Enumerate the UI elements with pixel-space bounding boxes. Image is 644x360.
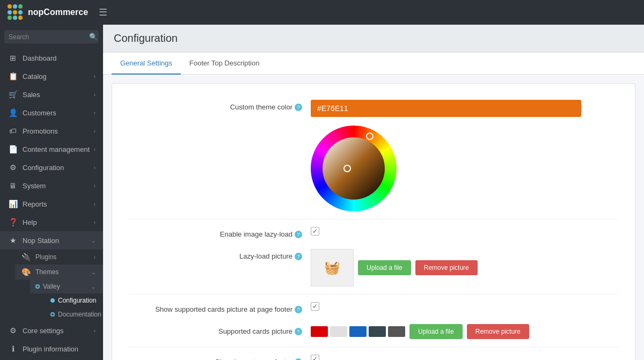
sidebar-item-label: Reports	[23, 200, 47, 208]
show-logo-footer-checkbox[interactable]: ✓	[311, 355, 319, 360]
themes-icon: 🎨	[20, 268, 31, 276]
sidebar-item-nop-station[interactable]: ★ Nop Station ⌄	[0, 231, 103, 249]
promotions-icon: 🏷	[8, 127, 18, 135]
sidebar-item-configuration[interactable]: ⚙ Configuration ‹	[0, 158, 103, 177]
search-container: 🔍	[4, 30, 99, 43]
form-label-supported-cards-show: Show supported cards picture at page foo…	[128, 302, 311, 313]
sidebar-item-plugins[interactable]: 🔌 Plugins ‹	[15, 249, 103, 265]
sidebar-item-label: Promotions	[23, 127, 58, 135]
sidebar-item-documentation[interactable]: Documentation	[45, 307, 103, 321]
form-row-custom-color: Custom theme color ? #E76E11	[128, 94, 619, 217]
help-icon-color[interactable]: ?	[295, 104, 302, 111]
tab-footer-top-description[interactable]: Footer Top Description	[181, 53, 268, 75]
core-settings-icon: ⚙	[8, 326, 18, 335]
show-logo-footer-label: Show logo at page footer	[215, 358, 292, 360]
sidebar-item-label: Help	[23, 218, 37, 226]
card-chip-2	[330, 326, 347, 337]
help-icon-show-logo-footer[interactable]: ?	[295, 358, 302, 361]
reports-icon: 📊	[8, 200, 18, 208]
supported-cards-show-label: Show supported cards picture at page foo…	[155, 305, 292, 313]
sidebar-item-core-settings[interactable]: ⚙ Core settings ‹	[0, 321, 103, 340]
sidebar-item-label: Configuration	[23, 164, 64, 172]
sidebar-item-label: Dashboard	[23, 54, 57, 62]
themes-sub: Valley ⌄ Configuration Documentation	[15, 280, 103, 321]
search-icon: 🔍	[89, 33, 98, 41]
customers-icon: 👤	[8, 108, 18, 117]
cards-strip	[311, 326, 405, 337]
lazy-load-picture-label: Lazy-load picture	[239, 252, 292, 260]
chevron-right-icon: ‹	[94, 92, 96, 98]
color-wheel-container[interactable]	[311, 126, 397, 211]
chevron-right-icon: ‹	[94, 328, 96, 334]
plugins-icon: 🔌	[20, 253, 31, 261]
sidebar-item-plugin-information[interactable]: ℹ Plugin information	[0, 340, 103, 358]
sidebar-item-dashboard[interactable]: ⊞ Dashboard	[0, 49, 103, 67]
card-chip-1	[311, 326, 328, 337]
sidebar-item-label: Plugins	[35, 253, 56, 261]
form-label-lazy-load: Enable image lazy-load ?	[128, 227, 311, 238]
sidebar-item-content-management[interactable]: 📄 Content management ‹	[0, 140, 103, 158]
show-logo-footer-control: ✓	[311, 355, 619, 360]
custom-theme-color-label: Custom theme color	[230, 103, 292, 111]
help-icon-lazy-load[interactable]: ?	[295, 231, 302, 238]
help-icon: ❓	[8, 218, 18, 226]
page-header: Configuration	[103, 25, 644, 53]
sidebar-item-configuration-link[interactable]: Configuration	[45, 293, 103, 307]
lazy-load-upload-button[interactable]: Upload a file	[358, 260, 411, 275]
sidebar-item-customers[interactable]: 👤 Customers ‹	[0, 104, 103, 122]
valley-sub: Configuration Documentation	[30, 293, 103, 321]
basket-icon: 🧺	[324, 260, 340, 275]
brand-name: nopCommerce	[28, 8, 88, 17]
chevron-right-icon: ‹	[94, 254, 96, 260]
tabs-bar: General Settings Footer Top Description	[103, 53, 644, 75]
dot-icon	[35, 284, 40, 289]
supported-cards-upload-button[interactable]: Upload a file	[409, 324, 463, 339]
menu-toggle-icon[interactable]: ☰	[99, 6, 107, 18]
lazy-load-checkbox[interactable]: ✓	[311, 227, 319, 236]
sidebar-item-themes[interactable]: 🎨 Themes ⌄	[15, 265, 103, 280]
help-icon-supported-cards-picture[interactable]: ?	[295, 328, 302, 335]
supported-cards-remove-button[interactable]: Remove picture	[467, 324, 529, 339]
sidebar-item-promotions[interactable]: 🏷 Promotions ‹	[0, 122, 103, 140]
form-label-custom-color: Custom theme color ?	[128, 100, 311, 111]
configuration-icon: ⚙	[8, 163, 18, 172]
card-chip-3	[349, 326, 367, 337]
sidebar-item-label: Documentation	[58, 311, 101, 318]
chevron-right-icon: ‹	[94, 165, 96, 171]
search-input[interactable]	[9, 33, 89, 41]
color-wheel-inner	[323, 137, 385, 200]
dashboard-icon: ⊞	[8, 54, 18, 62]
sidebar-item-system[interactable]: 🖥 System ‹	[0, 177, 103, 195]
sidebar-item-valley[interactable]: Valley ⌄	[30, 280, 103, 293]
help-icon-supported-cards-show[interactable]: ?	[295, 306, 302, 313]
nop-station-sub: 🔌 Plugins ‹ 🎨 Themes ⌄ Valley ⌄ Conf	[0, 249, 103, 321]
tab-general-settings[interactable]: General Settings	[112, 53, 181, 75]
dot-filled-icon	[50, 298, 55, 303]
topbar: nopCommerce ☰	[0, 0, 644, 25]
chevron-right-icon: ‹	[94, 146, 96, 152]
sidebar-item-label: Configuration	[58, 297, 96, 304]
supported-cards-picture-label: Supported cards picture	[218, 327, 292, 335]
sidebar-item-label: Themes	[35, 268, 58, 276]
form-label-show-logo-footer: Show logo at page footer ?	[128, 355, 311, 360]
sidebar-item-label: Catalog	[23, 72, 47, 80]
sidebar-item-catalog[interactable]: 📋 Catalog ‹	[0, 67, 103, 85]
lazy-load-remove-button[interactable]: Remove picture	[415, 260, 478, 275]
sidebar-item-label: Nop Station	[23, 237, 59, 245]
sidebar-item-sales[interactable]: 🛒 Sales ‹	[0, 85, 103, 104]
content-icon: 📄	[8, 145, 18, 153]
sidebar-item-label: Customers	[23, 109, 56, 117]
sidebar-item-reports[interactable]: 📊 Reports ‹	[0, 195, 103, 213]
nop-station-icon: ★	[8, 236, 18, 245]
card-chip-5	[388, 326, 405, 337]
form-row-show-logo-footer: Show logo at page footer ? ✓	[128, 349, 619, 360]
plugin-info-icon: ℹ	[8, 344, 18, 353]
sidebar-item-label: Valley	[43, 283, 60, 290]
supported-cards-show-checkbox[interactable]: ✓	[311, 302, 319, 311]
sidebar-item-help[interactable]: ❓ Help ‹	[0, 213, 103, 231]
color-wheel-cursor	[366, 133, 374, 140]
color-input-bar[interactable]: #E76E11	[311, 100, 581, 117]
chevron-right-icon: ‹	[94, 219, 96, 225]
system-icon: 🖥	[8, 181, 18, 190]
help-icon-lazy-load-picture[interactable]: ?	[295, 253, 302, 260]
